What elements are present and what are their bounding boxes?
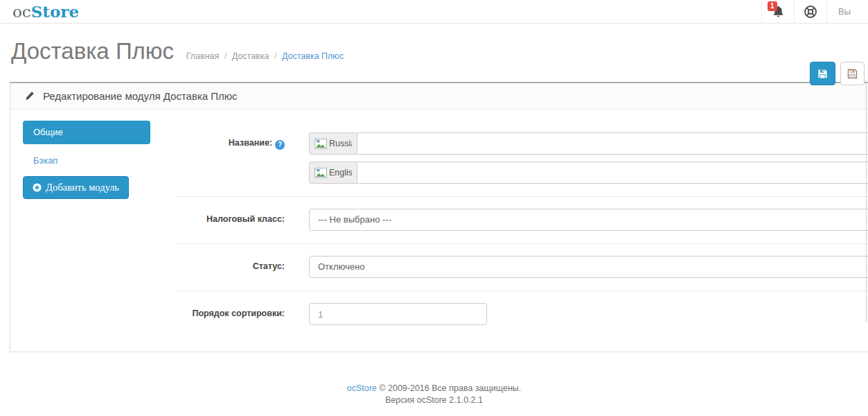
save-close-button[interactable] [840, 62, 865, 85]
help-button[interactable] [794, 0, 826, 23]
user-menu[interactable]: Вы [826, 0, 868, 23]
top-bar: ocStore 1 Вы [0, 0, 868, 24]
name-inputs: Russian English [309, 132, 868, 184]
broken-image-icon [315, 168, 327, 178]
footer-copyright-text: © 2009-2016 Все права защищены. [379, 383, 521, 393]
form-row-status: Статус: Отключено [176, 244, 868, 291]
panel-right-border [866, 79, 867, 322]
save-close-icon [847, 69, 858, 79]
language-flag-addon: English [309, 162, 357, 184]
name-input-group-en: English [309, 162, 868, 184]
status-select[interactable]: Отключено [309, 256, 868, 278]
name-label: Название:? [176, 132, 309, 184]
language-alt-text: English [329, 168, 352, 177]
form-row-sort-order: Порядок сортировки: [176, 291, 868, 338]
page-header: Доставка Плюс Главная / Доставка / Доста… [0, 24, 868, 82]
footer-copyright-line: ocStore © 2009-2016 Все права защищены. [0, 383, 868, 395]
help-tooltip-icon[interactable]: ? [275, 140, 285, 150]
topbar-actions: 1 Вы [761, 0, 868, 23]
logo-store: Store [31, 2, 79, 21]
broken-image-icon [315, 139, 327, 149]
status-label: Статус: [176, 256, 309, 278]
settings-tabs: Общие Бэкап Добавить модуль [23, 121, 150, 199]
language-alt-text: Russian [329, 139, 352, 148]
name-input-english[interactable] [357, 162, 868, 184]
module-edit-panel: Редактирование модуля Доставка Плюс Общи… [10, 82, 868, 352]
breadcrumb-home[interactable]: Главная [186, 51, 220, 61]
form-row-name: Название:? Russian [176, 121, 868, 197]
breadcrumb-separator: / [224, 51, 227, 61]
panel-header: Редактирование модуля Доставка Плюс [10, 83, 868, 110]
tab-general[interactable]: Общие [23, 121, 150, 144]
tax-class-select[interactable]: --- Не выбрано --- [309, 209, 868, 231]
sort-order-label: Порядок сортировки: [176, 303, 309, 325]
form-row-tax-class: Налоговый класс: --- Не выбрано --- [176, 197, 868, 244]
notification-badge: 1 [768, 1, 777, 11]
breadcrumb-separator: / [274, 51, 276, 61]
footer-version: Версия ocStore 2.1.0.2.1 [0, 395, 868, 406]
tab-backup[interactable]: Бэкап [23, 155, 150, 166]
notifications-button[interactable]: 1 [761, 0, 794, 23]
breadcrumb-current[interactable]: Доставка Плюс [282, 51, 344, 61]
tax-class-label: Налоговый класс: [176, 209, 309, 231]
panel-body: Общие Бэкап Добавить модуль Название:? [10, 110, 868, 352]
module-form: Название:? Russian [176, 121, 868, 338]
name-input-group-ru: Russian [309, 132, 868, 155]
life-ring-icon [804, 5, 817, 19]
breadcrumb: Главная / Доставка / Доставка Плюс [186, 51, 344, 61]
page-toolbar [810, 62, 865, 85]
pencil-icon [24, 91, 35, 101]
plus-circle-icon [33, 183, 42, 192]
logo-oc: oc [12, 3, 31, 21]
footer-ocstore-link[interactable]: ocStore [347, 383, 377, 393]
add-module-button[interactable]: Добавить модуль [23, 176, 129, 199]
sort-order-input[interactable] [309, 303, 487, 325]
save-icon [817, 69, 828, 79]
language-flag-addon: Russian [309, 132, 357, 155]
ocstore-logo[interactable]: ocStore [12, 3, 79, 20]
add-module-label: Добавить модуль [46, 182, 119, 193]
page-footer: ocStore © 2009-2016 Все права защищены. … [0, 383, 868, 406]
page-title: Доставка Плюс [11, 38, 174, 64]
name-input-russian[interactable] [357, 132, 868, 155]
user-menu-label: Вы [838, 6, 851, 17]
breadcrumb-shipping[interactable]: Доставка [232, 51, 269, 61]
save-button[interactable] [810, 62, 835, 85]
panel-title: Редактирование модуля Доставка Плюс [43, 90, 238, 102]
